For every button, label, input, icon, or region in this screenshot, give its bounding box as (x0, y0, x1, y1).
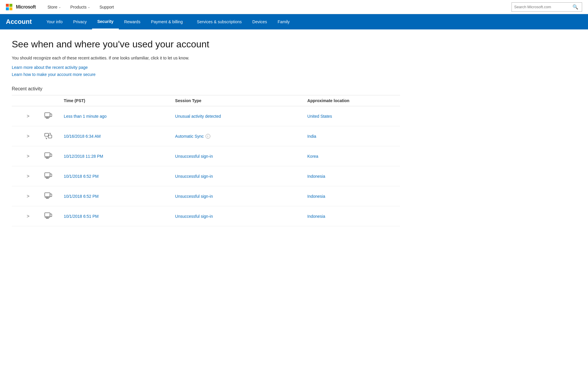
row-session-type[interactable]: Unsuccessful sign-in (170, 166, 302, 186)
chevron-right-icon: > (27, 214, 29, 219)
chevron-right-icon: > (27, 194, 29, 199)
nav-security[interactable]: Security (92, 14, 119, 29)
col-expand (12, 95, 40, 106)
row-device-icon (40, 166, 59, 186)
svg-rect-0 (45, 113, 50, 117)
table-row[interactable]: > 10/1/2018 6:52 PM Unsuccessful sign-in… (12, 186, 400, 206)
row-time[interactable]: 10/16/2018 6:34 AM (59, 126, 170, 146)
microsoft-logo[interactable]: Microsoft (6, 4, 36, 10)
nav-privacy[interactable]: Privacy (68, 14, 92, 29)
table-row[interactable]: > 10/1/2018 6:52 PM Unsuccessful sign-in… (12, 166, 400, 186)
svg-rect-6 (45, 133, 49, 136)
svg-rect-9 (50, 154, 52, 157)
account-title: Account (6, 18, 32, 26)
page-subtitle: You should recognize each of these recen… (12, 56, 400, 60)
nav-family[interactable]: Family (272, 14, 295, 29)
row-session-type[interactable]: Unsuccessful sign-in (170, 206, 302, 226)
logo-text: Microsoft (16, 4, 36, 10)
row-location[interactable]: India (303, 126, 400, 146)
svg-rect-26 (45, 213, 50, 217)
row-device-icon (40, 206, 59, 226)
col-icon (40, 95, 59, 106)
table-row[interactable]: > 10/1/2018 6:51 PM Unsuccessful sign-in… (12, 206, 400, 226)
chevron-down-icon: ⌄ (88, 5, 90, 9)
nav-devices[interactable]: Devices (247, 14, 272, 29)
section-title: Recent activity (12, 86, 400, 92)
table-row[interactable]: > 10/16/2018 6:34 AM Automatic Sync i In… (12, 126, 400, 146)
svg-rect-15 (50, 174, 52, 177)
nav-payment-billing[interactable]: Payment & billing ⌄ (146, 14, 191, 29)
row-location[interactable]: Indonesia (303, 166, 400, 186)
row-time[interactable]: 10/1/2018 6:52 PM (59, 186, 170, 206)
row-session-type[interactable]: Unusual activity detected (170, 106, 302, 126)
nav-store[interactable]: Store ⌄ (43, 0, 66, 14)
page-title: See when and where you've used your acco… (12, 39, 400, 50)
logo-grid (6, 4, 12, 10)
row-expand[interactable]: > (12, 106, 40, 126)
row-expand[interactable]: > (12, 126, 40, 146)
nav-support[interactable]: Support (95, 0, 119, 14)
main-content: See when and where you've used your acco… (0, 29, 412, 236)
row-location[interactable]: Indonesia (303, 186, 400, 206)
row-session-type[interactable]: Unsuccessful sign-in (170, 186, 302, 206)
svg-rect-8 (45, 153, 50, 157)
svg-rect-14 (45, 173, 50, 177)
chevron-right-icon: > (27, 134, 29, 139)
nav-your-info[interactable]: Your info (41, 14, 68, 29)
search-box: 🔍 (512, 2, 582, 12)
learn-secure-link[interactable]: Learn how to make your account more secu… (12, 72, 400, 77)
account-nav-items: Your info Privacy Security Rewards Payme… (41, 14, 295, 29)
table-body: > Less than 1 minute ago Unusual activit… (12, 106, 400, 226)
row-expand[interactable]: > (12, 146, 40, 166)
chevron-right-icon: > (27, 114, 29, 119)
search-button[interactable]: 🔍 (571, 4, 579, 10)
row-device-icon (40, 106, 59, 126)
learn-more-link[interactable]: Learn more about the recent activity pag… (12, 65, 400, 70)
svg-rect-21 (50, 194, 52, 197)
chevron-right-icon: > (27, 154, 29, 159)
row-time[interactable]: Less than 1 minute ago (59, 106, 170, 126)
row-device-icon (40, 186, 59, 206)
activity-table: Time (PST) Session Type Approximate loca… (12, 95, 400, 226)
svg-rect-7 (48, 135, 52, 138)
top-nav-links: Store ⌄ Products ⌄ Support (43, 0, 119, 14)
row-location[interactable]: Korea (303, 146, 400, 166)
row-time[interactable]: 10/1/2018 6:51 PM (59, 206, 170, 226)
nav-services-subscriptions[interactable]: Services & subscriptions (191, 14, 247, 29)
row-expand[interactable]: > (12, 166, 40, 186)
row-time[interactable]: 10/1/2018 6:52 PM (59, 166, 170, 186)
row-time[interactable]: 10/12/2018 11:28 PM (59, 146, 170, 166)
svg-rect-27 (50, 214, 52, 217)
nav-rewards[interactable]: Rewards (119, 14, 146, 29)
chevron-right-icon: > (27, 174, 29, 179)
table-header: Time (PST) Session Type Approximate loca… (12, 95, 400, 106)
table-row[interactable]: > 10/12/2018 11:28 PM Unsuccessful sign-… (12, 146, 400, 166)
col-time: Time (PST) (59, 95, 170, 106)
info-icon[interactable]: i (206, 134, 210, 139)
row-location[interactable]: United States (303, 106, 400, 126)
page-links: Learn more about the recent activity pag… (12, 65, 400, 77)
search-input[interactable] (514, 5, 571, 9)
chevron-down-icon: ⌄ (184, 20, 186, 24)
row-expand[interactable]: > (12, 186, 40, 206)
row-device-icon (40, 146, 59, 166)
chevron-down-icon: ⌄ (59, 5, 61, 9)
nav-products[interactable]: Products ⌄ (66, 0, 95, 14)
col-location: Approximate location (303, 95, 400, 106)
col-session: Session Type (170, 95, 302, 106)
account-navigation: Account Your info Privacy Security Rewar… (0, 14, 588, 29)
top-navigation: Microsoft Store ⌄ Products ⌄ Support 🔍 (0, 0, 588, 14)
row-device-icon (40, 126, 59, 146)
table-row[interactable]: > Less than 1 minute ago Unusual activit… (12, 106, 400, 126)
svg-rect-20 (45, 193, 50, 197)
row-session-type[interactable]: Unsuccessful sign-in (170, 146, 302, 166)
svg-rect-1 (50, 114, 52, 117)
row-location[interactable]: Indonesia (303, 206, 400, 226)
row-session-type[interactable]: Automatic Sync i (170, 126, 302, 146)
row-expand[interactable]: > (12, 206, 40, 226)
